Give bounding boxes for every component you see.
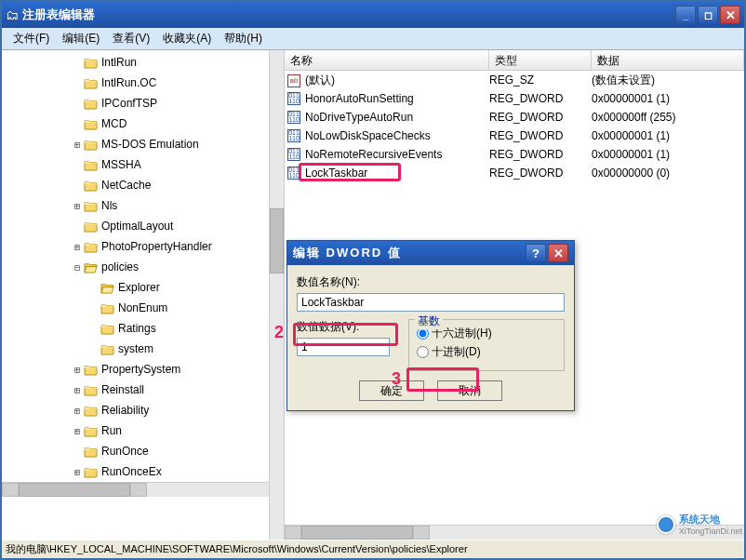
dialog-help-button[interactable]: ? <box>526 244 546 262</box>
tree-horizontal-scrollbar[interactable] <box>2 482 284 497</box>
window-title: 注册表编辑器 <box>22 7 675 23</box>
window-buttons: _ ◻ ✕ <box>675 6 740 24</box>
tree-toggle[interactable]: ⊞ <box>71 201 84 211</box>
tree-item[interactable]: ⊞Nls <box>2 195 284 216</box>
ok-button[interactable]: 确定 <box>359 380 424 401</box>
tree-label: Reliability <box>101 404 149 417</box>
value-type: REG_DWORD <box>489 167 592 180</box>
registry-value-row[interactable]: 011110NoRemoteRecursiveEventsREG_DWORD0x… <box>285 145 744 164</box>
close-button[interactable]: ✕ <box>720 6 740 24</box>
tree-toggle[interactable]: ⊞ <box>71 140 84 150</box>
list-header[interactable]: 名称 类型 数据 <box>285 50 744 71</box>
cancel-button[interactable]: 取消 <box>437 380 502 401</box>
tree-item[interactable]: ⊞RunOnceEx <box>2 461 284 482</box>
tree-item[interactable]: ⊞Run <box>2 420 284 441</box>
menu-help[interactable]: 帮助(H) <box>219 29 268 48</box>
tree-toggle[interactable]: ⊞ <box>71 467 84 477</box>
dec-label: 十进制(D) <box>432 344 481 360</box>
folder-icon <box>84 118 98 130</box>
col-header-data[interactable]: 数据 <box>592 50 744 70</box>
dialog-titlebar[interactable]: 编辑 DWORD 值 ? ✕ <box>287 241 574 265</box>
tree-label: NonEnum <box>118 301 167 314</box>
menu-file[interactable]: 文件(F) <box>7 29 55 48</box>
tree-label: system <box>118 342 153 355</box>
tree-label: Reinstall <box>101 383 144 396</box>
tree-item[interactable]: MCD <box>2 113 284 134</box>
value-name: (默认) <box>303 73 489 88</box>
tree-item[interactable]: ⊞MS-DOS Emulation <box>2 134 284 154</box>
tree-toggle[interactable]: ⊟ <box>71 262 84 273</box>
menubar: 文件(F) 编辑(E) 查看(V) 收藏夹(A) 帮助(H) <box>2 28 744 50</box>
tree-pane[interactable]: IntlRunIntlRun.OCIPConfTSPMCD⊞MS-DOS Emu… <box>2 50 285 540</box>
tree-item[interactable]: ⊟policies <box>2 257 284 277</box>
value-name: HonorAutoRunSetting <box>303 92 489 105</box>
registry-value-row[interactable]: 011110HonorAutoRunSettingREG_DWORD0x0000… <box>285 89 744 108</box>
tree-item[interactable]: NetCache <box>2 175 284 195</box>
tree-item[interactable]: IPConfTSP <box>2 93 284 113</box>
tree-inner: IntlRunIntlRun.OCIPConfTSPMCD⊞MS-DOS Emu… <box>2 50 284 482</box>
tree-label: PropertySystem <box>101 363 180 376</box>
watermark-icon <box>657 515 675 534</box>
tree-item[interactable]: NonEnum <box>2 298 284 318</box>
col-header-type[interactable]: 类型 <box>489 50 592 70</box>
tree-label: Nls <box>101 199 117 212</box>
tree-label: IntlRun <box>101 56 137 69</box>
name-label: 数值名称(N): <box>297 274 565 290</box>
dialog-title: 编辑 DWORD 值 <box>293 245 526 261</box>
col-header-name[interactable]: 名称 <box>285 50 489 70</box>
tree-item[interactable]: IntlRun.OC <box>2 73 284 93</box>
dec-radio[interactable] <box>417 346 429 358</box>
menu-edit[interactable]: 编辑(E) <box>57 29 105 48</box>
tree-label: MS-DOS Emulation <box>101 138 199 151</box>
tree-item[interactable]: OptimalLayout <box>2 216 284 236</box>
titlebar[interactable]: 🗂 注册表编辑器 _ ◻ ✕ <box>2 2 744 28</box>
tree-vertical-scrollbar[interactable] <box>269 50 284 540</box>
tree-item[interactable]: ⊞Reinstall <box>2 380 284 400</box>
tree-item[interactable]: ⊞PropertySystem <box>2 359 284 380</box>
value-name: LockTaskbar <box>303 167 489 180</box>
registry-value-row[interactable]: 011110LockTaskbarREG_DWORD0x00000000 (0) <box>285 164 744 182</box>
tree-label: PhotoPropertyHandler <box>101 240 212 253</box>
tree-item[interactable]: Ratings <box>2 318 284 339</box>
folder-icon <box>84 466 98 478</box>
menu-view[interactable]: 查看(V) <box>107 29 155 48</box>
tree-label: IntlRun.OC <box>101 76 156 89</box>
tree-item[interactable]: ⊞PhotoPropertyHandler <box>2 236 284 257</box>
value-type: REG_DWORD <box>489 148 592 161</box>
data-value-input[interactable] <box>297 338 390 356</box>
radix-legend: 基数 <box>415 313 443 329</box>
value-data: 0x00000001 (1) <box>592 148 744 161</box>
tree-item[interactable]: ⊞Reliability <box>2 400 284 420</box>
binary-icon: 011110 <box>285 148 303 162</box>
tree-item[interactable]: Explorer <box>2 277 284 298</box>
folder-icon <box>84 159 98 171</box>
registry-value-row[interactable]: 011110NoDriveTypeAutoRunREG_DWORD0x00000… <box>285 108 744 127</box>
tree-item[interactable]: IntlRun <box>2 52 284 73</box>
folder-icon <box>84 139 98 151</box>
tree-toggle[interactable]: ⊞ <box>71 426 84 436</box>
dec-option[interactable]: 十进制(D) <box>417 344 556 360</box>
edit-dword-dialog[interactable]: 编辑 DWORD 值 ? ✕ 数值名称(N): 数值数据(V): 基数 十六进制… <box>286 240 575 411</box>
folder-icon <box>84 425 98 437</box>
tree-item[interactable]: system <box>2 339 284 359</box>
menu-favorites[interactable]: 收藏夹(A) <box>157 29 217 48</box>
folder-icon <box>84 405 98 417</box>
minimize-button[interactable]: _ <box>675 6 696 24</box>
tree-toggle[interactable]: ⊞ <box>71 365 84 375</box>
name-value-input[interactable] <box>297 293 565 312</box>
tree-item[interactable]: RunOnce <box>2 441 284 461</box>
registry-value-row[interactable]: ab(默认)REG_SZ(数值未设置) <box>285 71 744 89</box>
value-data: 0x00000001 (1) <box>592 92 744 105</box>
maximize-button[interactable]: ◻ <box>698 6 718 24</box>
tree-toggle[interactable]: ⊞ <box>71 242 84 252</box>
tree-item[interactable]: MSSHA <box>2 154 284 175</box>
folder-icon <box>100 323 114 335</box>
dialog-body: 数值名称(N): 数值数据(V): 基数 十六进制(H) 十进制(D) <box>287 265 574 410</box>
folder-icon <box>84 364 98 376</box>
tree-label: Explorer <box>118 281 160 294</box>
tree-toggle[interactable]: ⊞ <box>71 385 84 395</box>
registry-value-row[interactable]: 011110NoLowDiskSpaceChecksREG_DWORD0x000… <box>285 127 744 145</box>
tree-toggle[interactable]: ⊞ <box>71 406 84 416</box>
radix-group: 基数 十六进制(H) 十进制(D) <box>408 319 565 371</box>
dialog-close-button[interactable]: ✕ <box>548 244 568 262</box>
